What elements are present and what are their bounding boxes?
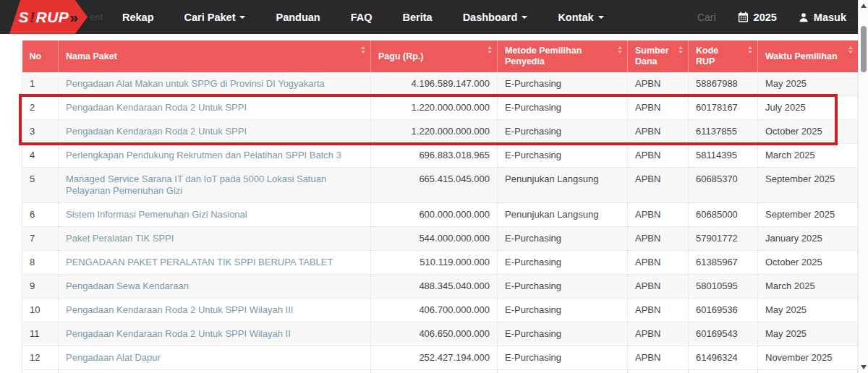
cell-pagu: 252.427.194.000	[371, 346, 498, 370]
column-header-sumber-dana[interactable]: Sumber Dana	[628, 40, 689, 72]
nav-item-kontak[interactable]: Kontak	[542, 0, 618, 34]
cell-waktu-pemilihan: March 2025	[758, 275, 858, 299]
user-icon	[799, 12, 809, 22]
cell-metode-pemilihan: E-Purchasing	[498, 227, 628, 251]
cell-kode-rup: 60178167	[689, 96, 758, 120]
table-body: 1Pengadaan Alat Makan untuk SPPG di Prov…	[22, 72, 858, 373]
sort-icon[interactable]	[748, 46, 752, 53]
scroll-down-arrow-icon[interactable]	[861, 365, 867, 369]
package-link[interactable]: Managed Service Sarana IT dan IoT pada 5…	[66, 173, 326, 196]
scrollbar-thumb[interactable]	[861, 26, 867, 72]
cell-kode-rup: 58114395	[689, 144, 758, 168]
table-row: 7Paket Peralatan TIK SPPI544.000.000.000…	[22, 227, 858, 251]
sort-icon[interactable]	[488, 46, 492, 53]
cell-pagu: 665.415.045.000	[371, 168, 498, 203]
navbar-right: Cari 2025 Masuk	[697, 0, 846, 34]
cell-waktu-pemilihan: October 2025	[758, 120, 858, 144]
sort-icon[interactable]	[618, 46, 622, 53]
column-header-label: Kode RUP	[696, 46, 718, 67]
sort-icon[interactable]	[678, 46, 683, 53]
cell-empty	[498, 370, 628, 373]
logo-text: S!RUP»	[18, 9, 78, 26]
vertical-scrollbar[interactable]	[858, 0, 868, 373]
package-link[interactable]: Sistem Informasi Pemenuhan Gizi Nasional	[66, 209, 247, 220]
cell-metode-pemilihan: Penunjukan Langsung	[498, 168, 628, 203]
package-link[interactable]: PENGADAAN PAKET PERALATAN TIK SPPI BERUP…	[66, 257, 333, 267]
calendar-icon	[738, 12, 749, 22]
cell-waktu-pemilihan: September 2025	[758, 168, 858, 203]
cell-no: 6	[22, 203, 59, 227]
cell-nama-paket: Pengadaan Alat Makan untuk SPPG di Provi…	[59, 72, 371, 96]
cell-nama-paket: Pengadaan Kendaraan Roda 2 Untuk SPPI	[59, 96, 371, 120]
nav-item-berita[interactable]: Berita	[388, 0, 448, 34]
search-link[interactable]: Cari	[697, 12, 716, 23]
table-row: 5Managed Service Sarana IT dan IoT pada …	[22, 168, 858, 203]
cell-no: 2	[22, 96, 59, 120]
column-header-label: Waktu Pemilihan	[765, 51, 838, 61]
sort-icon[interactable]	[848, 46, 853, 53]
cell-kode-rup: 58010595	[689, 275, 758, 299]
package-link[interactable]: Pengadaan Kendaraan Roda 2 Untuk SPPI Wi…	[66, 328, 291, 339]
cell-waktu-pemilihan: May 2025	[758, 72, 858, 96]
column-header-metode-pemilihan-penyedia[interactable]: Metode Pemilihan Penyedia	[498, 40, 628, 72]
column-header-kode-rup[interactable]: Kode RUP	[689, 40, 758, 72]
cell-waktu-pemilihan: November 2025	[758, 346, 858, 370]
table-row: 8PENGADAAN PAKET PERALATAN TIK SPPI BERU…	[22, 251, 858, 275]
package-link[interactable]: Pengadaan Sewa Kendaraan	[66, 280, 189, 291]
sirup-logo[interactable]: S!RUP»	[9, 0, 88, 34]
package-link[interactable]: Pengadaan Kendaraan Roda 2 Untuk SPPI Wi…	[66, 304, 293, 315]
package-link[interactable]: Pengadaan Kendaraan Roda 2 Untuk SPPI	[66, 102, 247, 113]
year-selector[interactable]: 2025	[738, 12, 777, 23]
package-link[interactable]: Pengadaan Alat Dapur	[66, 352, 161, 363]
nav-item-cari-paket[interactable]: Cari Paket	[169, 0, 261, 34]
logo-chevron-icon: »	[69, 9, 78, 25]
table-row: 3Pengadaan Kendaraan Roda 2 Untuk SPPI1.…	[22, 120, 858, 144]
cell-metode-pemilihan: E-Purchasing	[498, 322, 628, 346]
cell-pagu: 510.119.000.000	[371, 251, 498, 275]
cell-metode-pemilihan: E-Purchasing	[498, 299, 628, 322]
table-row: 6Sistem Informasi Pemenuhan Gizi Nasiona…	[22, 203, 858, 227]
cell-pagu: 600.000.000.000	[371, 203, 498, 227]
cell-no: 8	[22, 251, 59, 275]
cell-sumber-dana: APBN	[628, 144, 689, 168]
table-row: 2Pengadaan Kendaraan Roda 2 Untuk SPPI1.…	[22, 96, 858, 120]
cell-no: 9	[22, 275, 59, 299]
nav-item-faq[interactable]: FAQ	[336, 0, 388, 34]
cell-no: 5	[22, 168, 59, 203]
login-button[interactable]: Masuk	[799, 12, 846, 23]
cell-sumber-dana: APBN	[628, 120, 689, 144]
cell-pagu: 406.700.000.000	[371, 299, 498, 322]
cell-metode-pemilihan: E-Purchasing	[498, 96, 628, 120]
nav-item-label: Rekap	[122, 12, 154, 23]
cell-metode-pemilihan: Penunjukan Langsung	[498, 203, 628, 227]
cell-sumber-dana: APBN	[628, 227, 689, 251]
column-header-label: Metode Pemilihan Penyedia	[505, 46, 582, 67]
nav-item-panduan[interactable]: Panduan	[260, 0, 335, 34]
package-link[interactable]: Paket Peralatan TIK SPPI	[66, 233, 174, 244]
nav-item-rekap[interactable]: Rekap	[107, 0, 169, 34]
cell-waktu-pemilihan: July 2025	[758, 96, 858, 120]
cell-pagu: 696.883.018.965	[371, 144, 498, 168]
cell-no: 11	[22, 322, 59, 346]
rup-table-wrap: NoNama PaketPagu (Rp.)Metode Pemilihan P…	[22, 40, 857, 373]
package-link[interactable]: Pengadaan Alat Makan untuk SPPG di Provi…	[66, 78, 325, 89]
nav-item-label: Panduan	[276, 12, 320, 23]
table-row: 10Pengadaan Kendaraan Roda 2 Untuk SPPI …	[22, 299, 858, 322]
column-header-nama-paket[interactable]: Nama Paket	[59, 40, 371, 72]
column-header-waktu-pemilihan[interactable]: Waktu Pemilihan	[758, 40, 858, 72]
cell-no: 7	[22, 227, 59, 251]
column-header-pagu-rp[interactable]: Pagu (Rp.)	[371, 40, 498, 72]
cell-no: 12	[22, 346, 59, 370]
cell-empty	[22, 370, 59, 373]
package-link[interactable]: Pengadaan Kendaraan Roda 2 Untuk SPPI	[66, 126, 247, 137]
scroll-up-arrow-icon[interactable]	[861, 4, 867, 8]
table-header-row: NoNama PaketPagu (Rp.)Metode Pemilihan P…	[22, 40, 858, 72]
sort-icon[interactable]	[361, 46, 365, 53]
cell-metode-pemilihan: E-Purchasing	[498, 275, 628, 299]
package-link[interactable]: Perlengkapan Pendukung Rekrutmen dan Pel…	[66, 150, 341, 160]
cell-kode-rup: 61385967	[689, 251, 758, 275]
navbar-hidden-text: ent	[90, 12, 103, 22]
cell-waktu-pemilihan: May 2025	[758, 322, 858, 346]
nav-item-dashboard[interactable]: Dashboard	[448, 0, 543, 34]
cell-no: 3	[22, 120, 59, 144]
